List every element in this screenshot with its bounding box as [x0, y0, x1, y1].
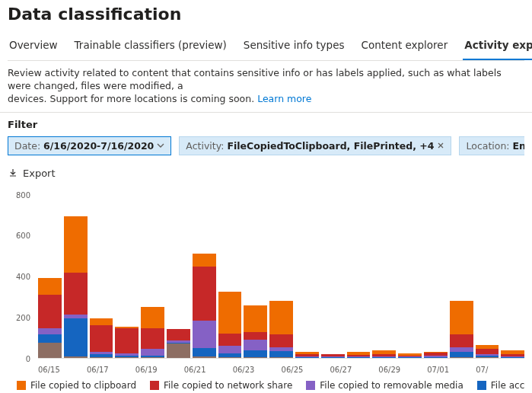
x-tick: 06/29 — [378, 366, 427, 374]
bar-segment — [141, 328, 164, 350]
bar-segment — [218, 334, 242, 347]
filter-chip-activity-key: Activity: — [186, 140, 224, 152]
bar-segment — [450, 301, 473, 334]
legend-item[interactable]: File copied to removable media — [306, 380, 464, 391]
bar-segment — [38, 343, 62, 359]
bar-segment — [450, 347, 473, 353]
bar[interactable] — [193, 191, 216, 359]
filter-chip-date-value: 6/16/2020-7/16/2020 — [43, 140, 154, 152]
tab-trainable-classifiers-preview[interactable]: Trainable classifiers (preview) — [73, 31, 228, 60]
bar-segment — [476, 349, 499, 354]
tabs: OverviewTrainable classifiers (preview)S… — [8, 31, 524, 61]
bar[interactable] — [38, 191, 62, 359]
activity-chart: 8006004002000 06/1506/1706/1906/2106/230… — [8, 187, 524, 377]
bar-segment — [90, 325, 113, 353]
filter-chip-activity[interactable]: Activity: FileCopiedToClipboard, FilePri… — [179, 136, 451, 155]
x-tick: 06/27 — [330, 366, 378, 374]
legend-label: File copied to network share — [164, 380, 292, 391]
export-button[interactable]: Export — [8, 166, 56, 181]
legend-item[interactable]: File copied to network share — [150, 380, 292, 391]
bar-segment — [244, 332, 267, 340]
bar-segment — [218, 292, 242, 334]
bar-segment — [269, 351, 293, 357]
bar-segment — [167, 329, 190, 340]
bar[interactable] — [501, 191, 524, 359]
bar-segment — [64, 273, 88, 315]
bar-segment — [38, 278, 62, 295]
x-tick: 06/21 — [184, 366, 233, 374]
chart-plot — [38, 191, 524, 359]
legend-swatch — [17, 381, 26, 390]
filter-chips: Date: 6/16/2020-7/16/2020 Activity: File… — [8, 136, 524, 155]
filter-chip-location-value: Endpoint — [513, 140, 524, 152]
x-tick: 07/01 — [427, 366, 476, 374]
legend-swatch — [306, 381, 315, 390]
bar-segment — [193, 267, 216, 321]
tab-activity-explorer[interactable]: Activity explorer — [463, 31, 532, 60]
legend-item[interactable]: File copied to clipboard — [17, 380, 136, 391]
bar-segment — [38, 334, 62, 343]
bar[interactable] — [244, 191, 267, 359]
bar-segment — [244, 305, 267, 333]
page-title: Data classification — [8, 5, 524, 24]
filter-chip-location[interactable]: Location: Endpoint — [459, 136, 524, 155]
bar[interactable] — [115, 191, 139, 359]
bar-segment — [193, 254, 216, 267]
bar[interactable] — [372, 191, 396, 359]
x-tick: 07/ — [476, 366, 524, 374]
bar-segment — [38, 295, 62, 328]
bar-segment — [218, 346, 242, 353]
bar[interactable] — [424, 191, 448, 359]
learn-more-link[interactable]: Learn more — [257, 93, 311, 104]
bar[interactable] — [64, 191, 88, 359]
chevron-down-icon — [157, 142, 164, 149]
bar[interactable] — [321, 191, 345, 359]
bar[interactable] — [295, 191, 319, 359]
bar-segment — [38, 328, 62, 334]
bar-segment — [64, 318, 88, 356]
x-tick: 06/25 — [282, 366, 330, 374]
bar-segment — [269, 301, 293, 334]
y-tick: 600 — [8, 232, 33, 240]
x-axis-line — [38, 358, 524, 359]
bar[interactable] — [450, 191, 473, 359]
divider — [0, 112, 532, 113]
legend-label: File copied to removable media — [320, 380, 464, 391]
bar-segment — [193, 321, 216, 348]
legend-swatch — [477, 381, 486, 390]
filter-chip-date[interactable]: Date: 6/16/2020-7/16/2020 — [8, 136, 171, 155]
chart-legend: File copied to clipboardFile copied to n… — [8, 380, 524, 391]
bar[interactable] — [218, 191, 242, 359]
bar-segment — [269, 334, 293, 347]
export-label: Export — [23, 168, 56, 179]
description-text-2: devices. Support for more locations is c… — [8, 93, 257, 104]
filter-chip-date-key: Date: — [14, 140, 40, 152]
filter-chip-location-key: Location: — [466, 140, 509, 152]
y-axis: 8006004002000 — [8, 187, 33, 359]
x-axis-labels: 06/1506/1706/1906/2106/2306/2506/2706/29… — [38, 366, 524, 374]
close-icon[interactable] — [437, 142, 444, 149]
bar-segment — [141, 307, 164, 328]
bar[interactable] — [347, 191, 371, 359]
bar-segment — [167, 343, 190, 358]
y-tick: 400 — [8, 273, 33, 281]
bar[interactable] — [269, 191, 293, 359]
bar[interactable] — [141, 191, 164, 359]
tab-content-explorer[interactable]: Content explorer — [360, 31, 450, 60]
legend-item[interactable]: File accessed by unallowed app — [477, 380, 524, 391]
tab-sensitive-info-types[interactable]: Sensitive info types — [242, 31, 346, 60]
filter-chip-activity-value: FileCopiedToClipboard, FilePrinted, +4 — [227, 140, 434, 152]
bar-segment — [244, 340, 267, 350]
tab-overview[interactable]: Overview — [8, 31, 59, 60]
description-text-1: Review activity related to content that … — [8, 67, 502, 91]
bar-segment — [115, 328, 139, 353]
description: Review activity related to content that … — [8, 67, 524, 106]
bar[interactable] — [90, 191, 113, 359]
bar-segment — [450, 334, 473, 347]
legend-swatch — [150, 381, 159, 390]
bar-segment — [450, 352, 473, 357]
bar[interactable] — [476, 191, 499, 359]
bar[interactable] — [167, 191, 190, 359]
bar[interactable] — [398, 191, 422, 359]
bar-segment — [64, 216, 88, 273]
